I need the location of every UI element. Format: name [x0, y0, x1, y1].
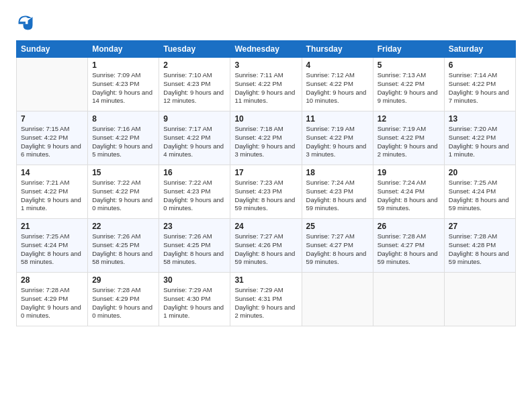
day-number: 6	[449, 60, 511, 70]
calendar-cell: 10Sunrise: 7:18 AMSunset: 4:22 PMDayligh…	[230, 111, 302, 165]
calendar-cell	[17, 58, 88, 111]
calendar-cell	[373, 273, 444, 326]
calendar-cell: 1Sunrise: 7:09 AMSunset: 4:23 PMDaylight…	[88, 58, 159, 111]
calendar-cell: 27Sunrise: 7:28 AMSunset: 4:28 PMDayligh…	[444, 219, 515, 273]
calendar-cell: 6Sunrise: 7:14 AMSunset: 4:22 PMDaylight…	[444, 58, 515, 111]
calendar-cell: 11Sunrise: 7:19 AMSunset: 4:22 PMDayligh…	[302, 111, 373, 165]
day-info: Sunrise: 7:09 AMSunset: 4:23 PMDaylight:…	[92, 71, 154, 105]
day-number: 24	[234, 222, 297, 231]
calendar-cell: 29Sunrise: 7:28 AMSunset: 4:29 PMDayligh…	[88, 273, 159, 326]
day-number: 5	[378, 60, 440, 70]
day-number: 4	[306, 60, 369, 70]
calendar-cell: 18Sunrise: 7:24 AMSunset: 4:23 PMDayligh…	[302, 165, 373, 219]
calendar-cell: 24Sunrise: 7:27 AMSunset: 4:26 PMDayligh…	[230, 219, 302, 273]
day-number: 21	[21, 222, 83, 231]
day-info: Sunrise: 7:24 AMSunset: 4:23 PMDaylight:…	[306, 179, 369, 213]
weekday-header-friday: Friday	[373, 41, 444, 58]
day-number: 17	[234, 168, 297, 177]
day-number: 10	[234, 114, 297, 124]
calendar-cell: 3Sunrise: 7:11 AMSunset: 4:22 PMDaylight…	[230, 58, 302, 111]
day-info: Sunrise: 7:29 AMSunset: 4:31 PMDaylight:…	[234, 286, 297, 320]
calendar-cell: 19Sunrise: 7:24 AMSunset: 4:24 PMDayligh…	[373, 165, 444, 219]
day-number: 12	[378, 114, 440, 124]
day-info: Sunrise: 7:20 AMSunset: 4:22 PMDaylight:…	[449, 125, 511, 159]
calendar-week-row: 7Sunrise: 7:15 AMSunset: 4:22 PMDaylight…	[17, 111, 516, 165]
day-info: Sunrise: 7:12 AMSunset: 4:22 PMDaylight:…	[306, 71, 369, 105]
calendar-cell: 17Sunrise: 7:23 AMSunset: 4:23 PMDayligh…	[230, 165, 302, 219]
day-number: 16	[163, 168, 226, 177]
day-info: Sunrise: 7:16 AMSunset: 4:22 PMDaylight:…	[92, 125, 154, 159]
day-number: 11	[306, 114, 369, 124]
weekday-header-tuesday: Tuesday	[159, 41, 230, 58]
day-info: Sunrise: 7:14 AMSunset: 4:22 PMDaylight:…	[449, 71, 511, 105]
calendar-cell: 15Sunrise: 7:22 AMSunset: 4:22 PMDayligh…	[88, 165, 159, 219]
calendar-cell	[302, 273, 373, 326]
calendar-cell: 2Sunrise: 7:10 AMSunset: 4:23 PMDaylight…	[159, 58, 230, 111]
day-number: 13	[449, 114, 511, 124]
weekday-header-thursday: Thursday	[302, 41, 373, 58]
calendar-cell: 25Sunrise: 7:27 AMSunset: 4:27 PMDayligh…	[302, 219, 373, 273]
day-number: 1	[92, 60, 154, 70]
logo	[16, 13, 38, 32]
day-number: 30	[163, 275, 226, 285]
day-info: Sunrise: 7:22 AMSunset: 4:23 PMDaylight:…	[163, 179, 226, 213]
day-info: Sunrise: 7:13 AMSunset: 4:22 PMDaylight:…	[378, 71, 440, 105]
day-number: 9	[163, 114, 226, 124]
day-info: Sunrise: 7:28 AMSunset: 4:29 PMDaylight:…	[92, 286, 154, 320]
calendar-cell: 30Sunrise: 7:29 AMSunset: 4:30 PMDayligh…	[159, 273, 230, 326]
day-number: 19	[378, 168, 440, 177]
day-number: 14	[21, 168, 83, 177]
day-info: Sunrise: 7:17 AMSunset: 4:22 PMDaylight:…	[163, 125, 226, 159]
day-number: 18	[306, 168, 369, 177]
calendar-cell: 14Sunrise: 7:21 AMSunset: 4:22 PMDayligh…	[17, 165, 88, 219]
day-info: Sunrise: 7:19 AMSunset: 4:22 PMDaylight:…	[378, 125, 440, 159]
calendar-cell: 4Sunrise: 7:12 AMSunset: 4:22 PMDaylight…	[302, 58, 373, 111]
calendar-week-row: 14Sunrise: 7:21 AMSunset: 4:22 PMDayligh…	[17, 165, 516, 219]
day-info: Sunrise: 7:24 AMSunset: 4:24 PMDaylight:…	[378, 179, 440, 213]
calendar-cell: 12Sunrise: 7:19 AMSunset: 4:22 PMDayligh…	[373, 111, 444, 165]
calendar-week-row: 1Sunrise: 7:09 AMSunset: 4:23 PMDaylight…	[17, 58, 516, 111]
weekday-header-saturday: Saturday	[444, 41, 515, 58]
day-info: Sunrise: 7:28 AMSunset: 4:29 PMDaylight:…	[21, 286, 83, 320]
calendar-cell: 20Sunrise: 7:25 AMSunset: 4:24 PMDayligh…	[444, 165, 515, 219]
calendar-cell: 8Sunrise: 7:16 AMSunset: 4:22 PMDaylight…	[88, 111, 159, 165]
calendar-cell: 28Sunrise: 7:28 AMSunset: 4:29 PMDayligh…	[17, 273, 88, 326]
day-number: 22	[92, 222, 154, 231]
day-info: Sunrise: 7:26 AMSunset: 4:25 PMDaylight:…	[92, 232, 154, 267]
weekday-header-monday: Monday	[88, 41, 159, 58]
calendar-week-row: 21Sunrise: 7:25 AMSunset: 4:24 PMDayligh…	[17, 219, 516, 273]
day-info: Sunrise: 7:28 AMSunset: 4:28 PMDaylight:…	[449, 232, 511, 267]
day-number: 20	[449, 168, 511, 177]
page: SundayMondayTuesdayWednesdayThursdayFrid…	[0, 0, 532, 411]
calendar-cell: 16Sunrise: 7:22 AMSunset: 4:23 PMDayligh…	[159, 165, 230, 219]
day-number: 2	[163, 60, 226, 70]
logo-icon	[16, 13, 35, 32]
calendar-week-row: 28Sunrise: 7:28 AMSunset: 4:29 PMDayligh…	[17, 273, 516, 326]
day-info: Sunrise: 7:19 AMSunset: 4:22 PMDaylight:…	[306, 125, 369, 159]
day-info: Sunrise: 7:25 AMSunset: 4:24 PMDaylight:…	[21, 232, 83, 267]
day-info: Sunrise: 7:22 AMSunset: 4:22 PMDaylight:…	[92, 179, 154, 213]
day-info: Sunrise: 7:23 AMSunset: 4:23 PMDaylight:…	[234, 179, 297, 213]
day-info: Sunrise: 7:27 AMSunset: 4:27 PMDaylight:…	[306, 232, 369, 267]
day-info: Sunrise: 7:27 AMSunset: 4:26 PMDaylight:…	[234, 232, 297, 267]
calendar-cell: 22Sunrise: 7:26 AMSunset: 4:25 PMDayligh…	[88, 219, 159, 273]
day-info: Sunrise: 7:10 AMSunset: 4:23 PMDaylight:…	[163, 71, 226, 105]
day-info: Sunrise: 7:11 AMSunset: 4:22 PMDaylight:…	[234, 71, 297, 105]
calendar-cell: 26Sunrise: 7:28 AMSunset: 4:27 PMDayligh…	[373, 219, 444, 273]
day-info: Sunrise: 7:26 AMSunset: 4:25 PMDaylight:…	[163, 232, 226, 267]
calendar-cell: 5Sunrise: 7:13 AMSunset: 4:22 PMDaylight…	[373, 58, 444, 111]
calendar-cell: 7Sunrise: 7:15 AMSunset: 4:22 PMDaylight…	[17, 111, 88, 165]
calendar-cell: 23Sunrise: 7:26 AMSunset: 4:25 PMDayligh…	[159, 219, 230, 273]
day-number: 23	[163, 222, 226, 231]
day-number: 8	[92, 114, 154, 124]
day-info: Sunrise: 7:21 AMSunset: 4:22 PMDaylight:…	[21, 179, 83, 213]
day-number: 27	[449, 222, 511, 231]
weekday-header-row: SundayMondayTuesdayWednesdayThursdayFrid…	[17, 41, 516, 58]
day-number: 26	[378, 222, 440, 231]
day-number: 29	[92, 275, 154, 285]
calendar-table: SundayMondayTuesdayWednesdayThursdayFrid…	[16, 40, 516, 326]
day-info: Sunrise: 7:18 AMSunset: 4:22 PMDaylight:…	[234, 125, 297, 159]
day-number: 28	[21, 275, 83, 285]
calendar-cell: 13Sunrise: 7:20 AMSunset: 4:22 PMDayligh…	[444, 111, 515, 165]
day-number: 15	[92, 168, 154, 177]
